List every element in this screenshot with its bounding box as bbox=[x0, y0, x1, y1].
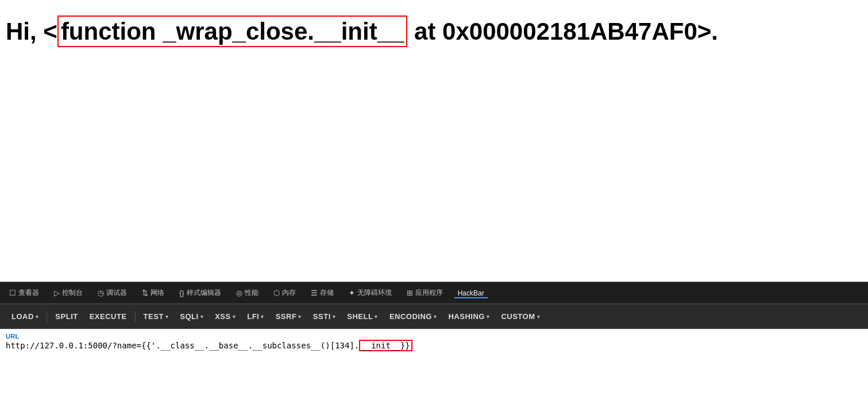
devtools-tab-debugger[interactable]: ◷调试器 bbox=[94, 287, 130, 299]
toolbar-separator-execute bbox=[135, 311, 136, 323]
test-arrow-icon: ▾ bbox=[165, 314, 169, 320]
heading-prefix: Hi, < bbox=[6, 18, 57, 45]
ssrf-arrow-icon: ▾ bbox=[298, 314, 302, 320]
style-editor-icon: {} bbox=[179, 289, 184, 297]
lfi-arrow-icon: ▾ bbox=[261, 314, 264, 320]
console-label: 控制台 bbox=[62, 288, 83, 298]
memory-icon: ⬡ bbox=[273, 289, 280, 297]
load-button[interactable]: LOAD▾ bbox=[7, 310, 43, 323]
storage-label: 存储 bbox=[320, 288, 334, 298]
devtools-tab-memory[interactable]: ⬡内存 bbox=[270, 287, 299, 299]
hashing-button-label: HASHING bbox=[448, 312, 484, 321]
hackbar-toolbar: LOAD▾SPLITEXECUTETEST▾SQLI▾XSS▾LFI▾SSRF▾… bbox=[0, 304, 868, 329]
ssrf-button-label: SSRF bbox=[276, 312, 297, 321]
accessibility-icon: ✦ bbox=[349, 289, 355, 297]
performance-icon: ◎ bbox=[236, 289, 242, 297]
split-button-label: SPLIT bbox=[55, 312, 78, 321]
page-heading: Hi, <function _wrap_close.__init__ at 0x… bbox=[6, 17, 862, 46]
ssti-arrow-icon: ▾ bbox=[333, 314, 336, 320]
console-icon: ▷ bbox=[54, 289, 60, 297]
inspector-icon: ☐ bbox=[9, 289, 16, 297]
shell-button-label: SHELL bbox=[347, 312, 373, 321]
custom-button-label: CUSTOM bbox=[501, 312, 535, 321]
url-highlighted: __init__}} bbox=[359, 340, 412, 351]
load-button-label: LOAD bbox=[11, 312, 34, 321]
sqli-button-label: SQLI bbox=[180, 312, 198, 321]
devtools-tab-hackbar[interactable]: HackBar bbox=[454, 288, 488, 298]
devtools-tab-console[interactable]: ▷控制台 bbox=[51, 287, 86, 299]
ssrf-button[interactable]: SSRF▾ bbox=[271, 310, 306, 323]
load-arrow-icon: ▾ bbox=[36, 314, 39, 320]
app-programs-label: 应用程序 bbox=[415, 288, 443, 298]
url-display: http://127.0.0.1:5000/?name={{'.__class_… bbox=[6, 341, 862, 350]
custom-arrow-icon: ▾ bbox=[537, 314, 541, 320]
shell-arrow-icon: ▾ bbox=[375, 314, 378, 320]
network-icon: ⇅ bbox=[142, 289, 148, 297]
devtools-tab-network[interactable]: ⇅网络 bbox=[138, 287, 168, 299]
ssti-button[interactable]: SSTI▾ bbox=[308, 310, 340, 323]
network-label: 网络 bbox=[151, 288, 164, 298]
url-label: URL bbox=[6, 333, 862, 340]
debugger-icon: ◷ bbox=[98, 289, 104, 297]
main-content: Hi, <function _wrap_close.__init__ at 0x… bbox=[0, 0, 868, 282]
style-editor-label: 样式编辑器 bbox=[187, 288, 221, 298]
devtools-tab-app-programs[interactable]: ⊞应用程序 bbox=[403, 287, 446, 299]
heading-highlighted: function _wrap_close.__init__ bbox=[57, 16, 408, 47]
accessibility-label: 无障碍环境 bbox=[357, 288, 392, 298]
devtools-tab-storage[interactable]: ☰存储 bbox=[307, 287, 337, 299]
devtools-bar: ☐查看器▷控制台◷调试器⇅网络{}样式编辑器◎性能⬡内存☰存储✦无障碍环境⊞应用… bbox=[0, 282, 868, 304]
split-button[interactable]: SPLIT bbox=[51, 310, 82, 323]
performance-label: 性能 bbox=[245, 288, 259, 298]
encoding-arrow-icon: ▾ bbox=[434, 314, 437, 320]
url-prefix: http://127.0.0.1:5000/?name={{'.__class_… bbox=[6, 341, 359, 350]
lfi-button[interactable]: LFI▾ bbox=[242, 310, 269, 323]
sqli-arrow-icon: ▾ bbox=[200, 314, 204, 320]
debugger-label: 调试器 bbox=[106, 288, 127, 298]
app-programs-icon: ⊞ bbox=[407, 289, 413, 297]
xss-button-label: XSS bbox=[215, 312, 231, 321]
test-button[interactable]: TEST▾ bbox=[139, 310, 173, 323]
toolbar-separator-load bbox=[47, 311, 47, 323]
memory-label: 内存 bbox=[282, 288, 296, 298]
ssti-button-label: SSTI bbox=[313, 312, 331, 321]
hackbar-label: HackBar bbox=[458, 289, 484, 297]
hashing-button[interactable]: HASHING▾ bbox=[443, 310, 494, 323]
storage-icon: ☰ bbox=[311, 289, 318, 297]
xss-arrow-icon: ▾ bbox=[233, 314, 236, 320]
lfi-button-label: LFI bbox=[247, 312, 259, 321]
custom-button[interactable]: CUSTOM▾ bbox=[496, 310, 545, 323]
execute-button-label: EXECUTE bbox=[90, 312, 127, 321]
devtools-tab-accessibility[interactable]: ✦无障碍环境 bbox=[345, 287, 395, 299]
sqli-button[interactable]: SQLI▾ bbox=[175, 310, 208, 323]
execute-button[interactable]: EXECUTE bbox=[85, 310, 132, 323]
encoding-button[interactable]: ENCODING▾ bbox=[385, 310, 442, 323]
hashing-arrow-icon: ▾ bbox=[487, 314, 490, 320]
devtools-tab-style-editor[interactable]: {}样式编辑器 bbox=[176, 287, 225, 299]
inspector-label: 查看器 bbox=[18, 288, 39, 298]
devtools-tab-performance[interactable]: ◎性能 bbox=[233, 287, 262, 299]
heading-suffix: at 0x000002181AB47AF0>. bbox=[407, 18, 718, 45]
test-button-label: TEST bbox=[144, 312, 164, 321]
shell-button[interactable]: SHELL▾ bbox=[342, 310, 383, 323]
encoding-button-label: ENCODING bbox=[389, 312, 432, 321]
xss-button[interactable]: XSS▾ bbox=[210, 310, 240, 323]
devtools-tab-inspector[interactable]: ☐查看器 bbox=[6, 287, 43, 299]
url-bar-area: URL http://127.0.0.1:5000/?name={{'.__cl… bbox=[0, 329, 868, 355]
